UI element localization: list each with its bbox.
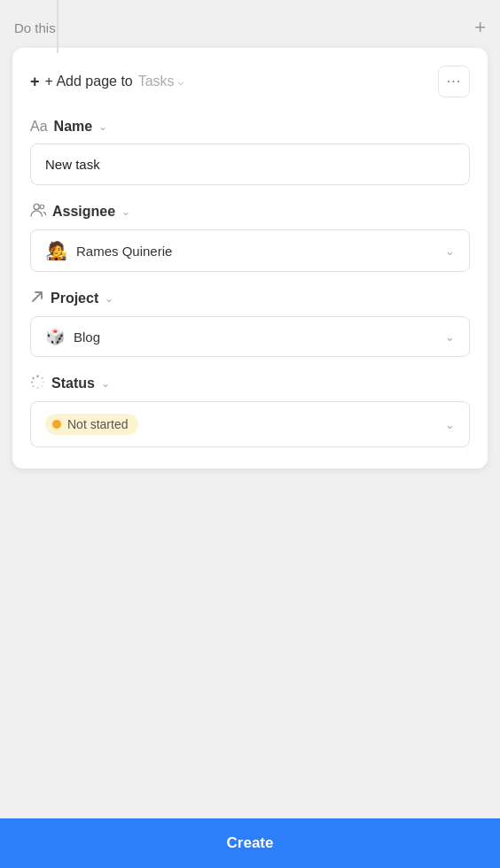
- add-page-text: + Add page to: [45, 74, 133, 89]
- assignee-dropdown[interactable]: 🧑‍🎤 Rames Quinerie ⌄: [30, 229, 470, 272]
- assignee-chevron-icon: ⌄: [121, 205, 130, 218]
- assignee-field-section: Assignee ⌄ 🧑‍🎤 Rames Quinerie ⌄: [30, 203, 470, 272]
- add-page-header: + + Add page to Tasks ⌵ ···: [30, 66, 470, 97]
- status-dropdown-left: Not started: [45, 414, 138, 435]
- more-button[interactable]: ···: [438, 66, 470, 97]
- add-page-left: + + Add page to Tasks ⌵: [30, 73, 184, 91]
- tasks-dropdown[interactable]: Tasks ⌵: [138, 74, 184, 89]
- project-chevron-icon: ⌄: [105, 292, 113, 305]
- svg-point-8: [31, 381, 33, 383]
- tasks-label: Tasks: [138, 74, 175, 89]
- project-field-label: Project ⌄: [30, 290, 470, 307]
- assignee-field-label: Assignee ⌄: [30, 203, 470, 221]
- name-input[interactable]: [30, 143, 470, 185]
- svg-point-2: [36, 376, 39, 378]
- project-label-text: Project: [51, 291, 98, 306]
- svg-point-5: [42, 385, 43, 387]
- svg-point-3: [41, 377, 43, 379]
- name-type-icon: Aa: [30, 119, 48, 135]
- tasks-chevron-icon: ⌵: [177, 75, 184, 88]
- status-dot-icon: [52, 420, 61, 429]
- svg-point-9: [32, 377, 34, 379]
- create-button-label: Create: [18, 834, 482, 852]
- svg-point-7: [33, 385, 35, 387]
- card: + + Add page to Tasks ⌵ ··· Aa Name ⌄: [12, 48, 488, 469]
- status-field-section: Status ⌄ Not started ⌄: [30, 375, 470, 447]
- project-dropdown-chevron-icon: ⌄: [445, 330, 455, 344]
- top-bar: Do this +: [0, 0, 500, 48]
- status-spinner-icon: [30, 375, 45, 392]
- status-dropdown-chevron-icon: ⌄: [445, 418, 455, 431]
- more-button-label: ···: [447, 74, 461, 89]
- status-field-label: Status ⌄: [30, 375, 470, 392]
- project-field-section: Project ⌄ 🎲 Blog ⌄: [30, 290, 470, 357]
- svg-point-1: [40, 205, 43, 208]
- name-field-label: Aa Name ⌄: [30, 119, 470, 135]
- add-page-plus-icon: +: [30, 73, 40, 91]
- top-divider: [57, 0, 59, 53]
- add-icon[interactable]: +: [474, 18, 486, 37]
- svg-point-6: [36, 387, 38, 389]
- name-chevron-icon: ⌄: [98, 120, 107, 133]
- assignee-avatar: 🧑‍🎤: [45, 242, 67, 260]
- name-field-section: Aa Name ⌄: [30, 119, 470, 185]
- page-wrapper: Do this + + + Add page to Tasks ⌵ ··· Aa: [0, 0, 500, 868]
- status-label-text: Status: [51, 376, 95, 391]
- create-button[interactable]: Create: [0, 818, 500, 868]
- assignee-value: Rames Quinerie: [76, 244, 172, 259]
- svg-point-0: [34, 204, 39, 209]
- svg-point-4: [43, 381, 44, 383]
- top-bar-title: Do this: [14, 20, 56, 35]
- project-value: Blog: [74, 329, 100, 345]
- assignee-dropdown-left: 🧑‍🎤 Rames Quinerie: [45, 242, 172, 260]
- status-value: Not started: [67, 417, 128, 431]
- assignee-label-text: Assignee: [52, 204, 115, 220]
- project-emoji-icon: 🎲: [45, 329, 65, 345]
- status-chevron-icon: ⌄: [101, 377, 110, 390]
- name-label-text: Name: [54, 119, 93, 135]
- status-dropdown[interactable]: Not started ⌄: [30, 401, 470, 447]
- assignee-dropdown-chevron-icon: ⌄: [445, 244, 455, 258]
- project-dropdown[interactable]: 🎲 Blog ⌄: [30, 316, 470, 357]
- project-arrow-icon: [30, 290, 44, 307]
- status-badge: Not started: [45, 414, 138, 435]
- project-dropdown-left: 🎲 Blog: [45, 329, 100, 345]
- assignee-icon: [30, 203, 46, 221]
